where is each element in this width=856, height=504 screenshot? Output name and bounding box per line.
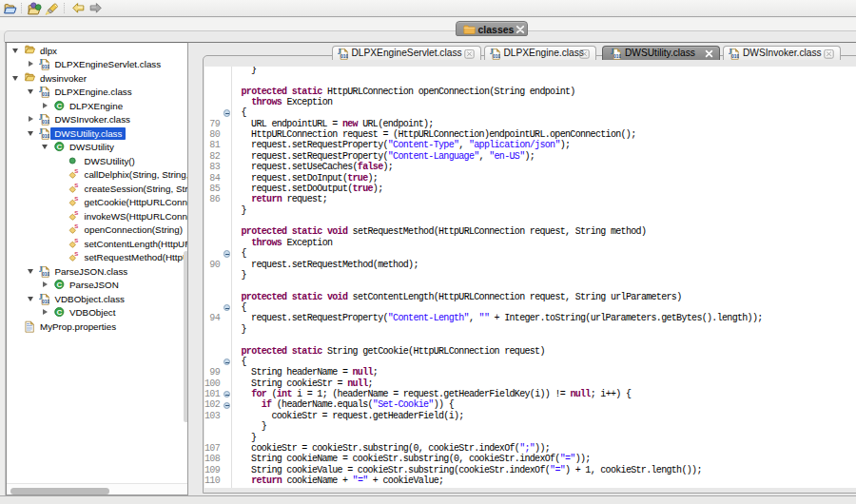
svg-text:C: C bbox=[56, 308, 62, 317]
svg-text:S: S bbox=[74, 197, 78, 203]
svg-text:010: 010 bbox=[42, 299, 49, 304]
svg-text:S: S bbox=[74, 210, 78, 216]
svg-text:C: C bbox=[56, 281, 62, 289]
svg-text:S: S bbox=[74, 183, 78, 188]
svg-text:010: 010 bbox=[731, 53, 739, 59]
svg-text:010: 010 bbox=[340, 53, 348, 59]
svg-text:010: 010 bbox=[613, 53, 621, 59]
svg-text:C: C bbox=[56, 102, 62, 110]
svg-text:S: S bbox=[74, 238, 78, 243]
svg-text:010: 010 bbox=[42, 92, 49, 98]
svg-text:C: C bbox=[56, 143, 62, 151]
svg-text:010: 010 bbox=[493, 53, 500, 59]
svg-text:S: S bbox=[74, 169, 78, 175]
svg-text:S: S bbox=[74, 224, 78, 230]
svg-text:010: 010 bbox=[42, 65, 49, 70]
svg-text:010: 010 bbox=[42, 133, 49, 139]
svg-text:010: 010 bbox=[42, 120, 49, 126]
svg-text:S: S bbox=[74, 252, 78, 258]
svg-text:010: 010 bbox=[42, 271, 49, 277]
